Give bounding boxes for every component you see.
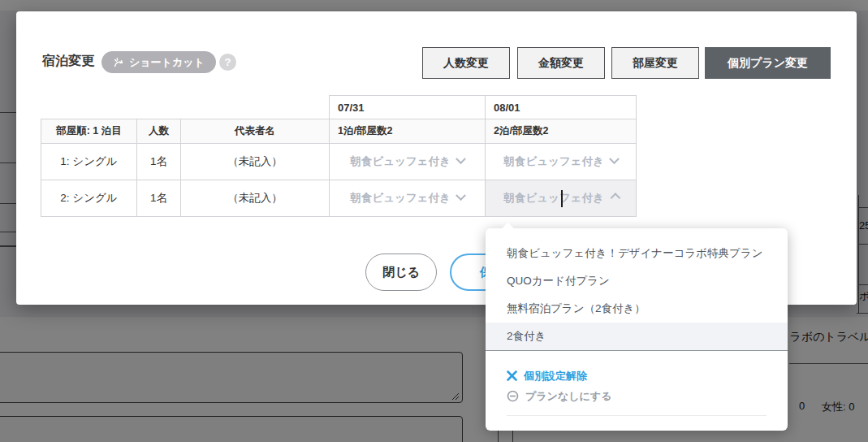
plan-dropdown-menu: 朝食ビュッフェ付き！デザイナーコラボ特典プラン QUOカード付プラン 無料宿泊プ… (486, 228, 788, 431)
dropdown-divider (507, 415, 767, 416)
representative-cell: （未記入） (181, 144, 330, 180)
close-button[interactable]: 閉じる (365, 254, 437, 291)
help-icon[interactable]: ? (219, 54, 236, 71)
no-plan-label: プランなしにする (525, 389, 611, 404)
screen: 25 ボ コラボのトラベル 0 女性: 0 宿泊変更 ショートカット (0, 0, 868, 442)
modal-title: 宿泊変更 (42, 53, 94, 70)
shortcut-badge-label: ショートカット (129, 55, 205, 70)
clear-individual-setting-label: 個別設定解除 (524, 369, 587, 384)
shortcut-badge: ショートカット (101, 51, 216, 73)
minus-circle-icon (507, 390, 519, 402)
tab-individual-plan-change[interactable]: 個別プラン変更 (705, 47, 831, 79)
plan-select-row1-0731[interactable]: 朝食ビュッフェ付き (330, 144, 486, 180)
help-icon-glyph: ? (225, 56, 231, 68)
plan-select-row2-0731[interactable]: 朝食ビュッフェ付き (330, 180, 486, 217)
tab-label: 金額変更 (538, 56, 584, 71)
plan-label: 朝食ビュッフェ付き (350, 155, 450, 167)
close-button-label: 閉じる (382, 265, 420, 280)
date-row-spacer (41, 96, 330, 119)
room-plan-table: 07/31 08/01 部屋順: 1 泊目 人数 代表者名 1泊/部屋数2 2泊… (41, 95, 637, 217)
tab-room-change[interactable]: 部屋変更 (611, 47, 699, 79)
tab-label: 個別プラン変更 (728, 56, 808, 71)
column-header-guests: 人数 (137, 119, 181, 144)
date-header-0801: 08/01 (486, 96, 637, 119)
tab-amount-change[interactable]: 金額変更 (517, 47, 605, 79)
tab-label: 部屋変更 (633, 56, 678, 71)
tab-label: 人数変更 (443, 56, 489, 71)
dropdown-item-plan-1[interactable]: QUOカード付プラン (486, 267, 788, 295)
shortcut-arrow-icon (113, 57, 124, 68)
room-cell: 1: シングル (41, 144, 137, 180)
tab-guest-count-change[interactable]: 人数変更 (422, 47, 510, 79)
plan-select-row2-0801-open[interactable]: 朝食ビュッフェ付き (486, 180, 637, 217)
chevron-up-icon (610, 193, 620, 203)
plan-select-row1-0801[interactable]: 朝食ビュッフェ付き (486, 144, 637, 180)
column-header-night2: 2泊/部屋数2 (486, 119, 637, 144)
plan-label: 朝食ビュッフェ付き (503, 155, 603, 167)
text-cursor (561, 190, 563, 207)
dropdown-item-plan-0[interactable]: 朝食ビュッフェ付き！デザイナーコラボ特典プラン (486, 240, 788, 267)
no-plan-action[interactable]: プランなしにする (486, 386, 788, 406)
plan-label: 朝食ビュッフェ付き (350, 192, 450, 204)
representative-cell: （未記入） (181, 180, 330, 217)
dropdown-item-plan-2[interactable]: 無料宿泊プラン（2食付き） (486, 295, 788, 323)
x-icon (507, 370, 517, 381)
plan-label: 朝食ビュッフェ付き (503, 192, 603, 204)
column-header-room-order: 部屋順: 1 泊目 (41, 119, 137, 144)
guests-cell: 1名 (137, 144, 181, 180)
guests-cell: 1名 (137, 180, 181, 217)
dropdown-footer: 個別設定解除 プランなしにする (486, 366, 788, 416)
chevron-down-icon (456, 154, 466, 164)
column-header-night1: 1泊/部屋数2 (330, 119, 486, 144)
chevron-down-icon (609, 154, 620, 164)
chevron-down-icon (456, 190, 466, 201)
room-cell: 2: シングル (41, 180, 137, 217)
clear-individual-setting-action[interactable]: 個別設定解除 (486, 366, 788, 386)
date-header-0731: 07/31 (330, 96, 486, 119)
column-header-representative: 代表者名 (181, 119, 330, 144)
dropdown-item-plan-3-selected[interactable]: 2食付き (486, 323, 788, 351)
